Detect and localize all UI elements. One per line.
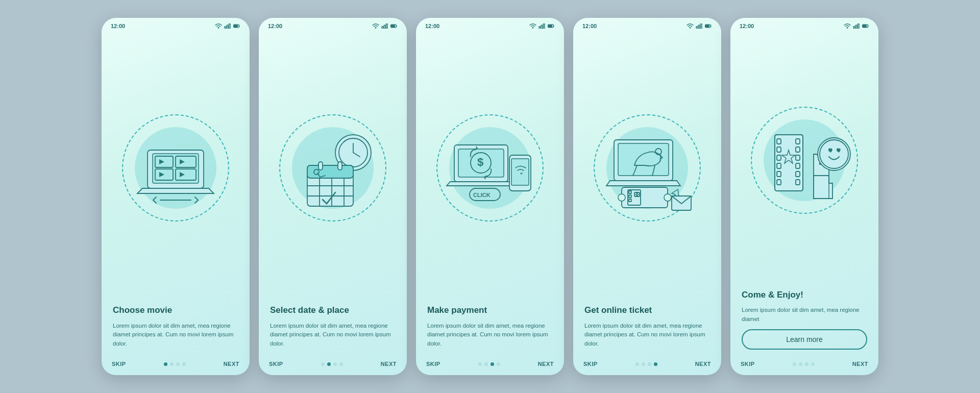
svg-point-57	[618, 194, 625, 201]
svg-point-89	[818, 138, 850, 170]
svg-rect-18	[386, 24, 388, 29]
phone-screen-4: 12:00	[573, 18, 721, 375]
screen-title-1: Choose movie	[113, 305, 238, 316]
dot-4-3	[648, 362, 651, 366]
dots-5	[793, 362, 815, 366]
next-button-1[interactable]: NEXT	[224, 361, 239, 367]
illustration-5	[730, 31, 878, 289]
svg-rect-39	[548, 25, 552, 27]
svg-rect-50	[701, 24, 702, 29]
wifi-icon-4	[687, 23, 694, 29]
signal-icon-2	[381, 23, 388, 29]
skip-button-2[interactable]: SKIP	[269, 361, 283, 367]
screen-body-2: Lorem ipsum dolor sit dim amet, mea regi…	[270, 322, 396, 349]
svg-rect-69	[858, 24, 860, 29]
svg-rect-32	[318, 162, 323, 170]
next-button-5[interactable]: NEXT	[852, 361, 868, 367]
dot-2-2	[327, 362, 331, 366]
dot-5-4	[811, 362, 815, 366]
screen-title-4: Get online ticket	[584, 305, 710, 316]
skip-button-3[interactable]: SKIP	[426, 361, 440, 367]
dot-2-1	[321, 362, 325, 366]
dot-3-3	[491, 362, 494, 366]
svg-rect-52	[705, 25, 709, 27]
svg-rect-20	[391, 25, 395, 27]
next-button-3[interactable]: NEXT	[538, 361, 554, 367]
svg-rect-68	[855, 25, 857, 29]
battery-icon	[233, 23, 240, 29]
dot-3-1	[478, 362, 482, 366]
next-button-2[interactable]: NEXT	[381, 361, 397, 367]
status-time-4: 12:00	[582, 23, 597, 29]
ticket-icon	[596, 117, 698, 219]
svg-text:CLICK: CLICK	[473, 192, 491, 198]
dot-1-2	[170, 362, 174, 366]
phone-screen-3: 12:00 $	[416, 18, 564, 375]
status-icons-5	[844, 23, 869, 29]
wifi-icon-3	[529, 23, 536, 29]
status-time-1: 12:00	[111, 23, 125, 29]
svg-rect-1	[227, 25, 228, 29]
phone-screen-1: 12:00	[102, 18, 250, 375]
screens-container: 12:00	[102, 18, 878, 375]
status-bar-3: 12:00	[416, 18, 564, 31]
svg-text:$: $	[477, 156, 483, 168]
dot-5-1	[793, 362, 796, 366]
bottom-nav-2: SKIP NEXT	[259, 358, 407, 375]
svg-rect-72	[775, 135, 803, 191]
dot-4-4	[654, 362, 657, 366]
wifi-icon-2	[372, 23, 379, 29]
dot-2-3	[333, 362, 337, 366]
phone-screen-2: 12:00	[259, 18, 407, 375]
screen-title-5: Come & Enjoy!	[742, 289, 867, 301]
phone-screen-5: 12:00	[730, 18, 878, 375]
status-time-3: 12:00	[425, 23, 439, 29]
wifi-icon-5	[844, 23, 851, 29]
skip-button-4[interactable]: SKIP	[583, 361, 598, 367]
screen-body-1: Lorem ipsum dolor sit dim amet, mea regi…	[113, 322, 238, 349]
learn-more-button[interactable]: Learn more	[742, 329, 867, 350]
svg-rect-4	[234, 25, 237, 27]
svg-rect-48	[696, 27, 698, 29]
text-area-4: Get online ticket Lorem ipsum dolor sit …	[573, 305, 721, 358]
svg-rect-16	[382, 27, 383, 29]
dot-5-2	[799, 362, 802, 366]
status-icons-1	[215, 23, 240, 29]
text-area-3: Make payment Lorem ipsum dolor sit dim a…	[416, 305, 564, 358]
status-bar-5: 12:00	[730, 18, 878, 31]
skip-button-5[interactable]: SKIP	[741, 361, 755, 367]
svg-rect-71	[863, 25, 866, 27]
status-icons-2	[372, 23, 398, 29]
svg-rect-36	[541, 25, 543, 29]
battery-icon-5	[862, 23, 869, 29]
dot-3-4	[497, 362, 500, 366]
signal-icon-5	[853, 23, 860, 29]
status-icons-3	[529, 23, 555, 29]
payment-icon: $ CLICK	[439, 117, 541, 219]
svg-rect-0	[225, 27, 226, 29]
calendar-clock-icon	[282, 117, 384, 219]
illustration-4	[573, 31, 721, 305]
svg-rect-33	[338, 162, 342, 170]
enjoy-icon	[753, 109, 855, 211]
screen-body-5: Lorem ipsum dolor sit dim amet, mea regi…	[742, 306, 867, 324]
dot-4-1	[635, 362, 639, 366]
dot-2-4	[339, 362, 343, 366]
dot-5-3	[805, 362, 808, 366]
signal-icon	[224, 23, 231, 29]
svg-rect-35	[539, 27, 541, 29]
wifi-icon	[215, 23, 222, 29]
next-button-4[interactable]: NEXT	[695, 361, 711, 367]
text-area-2: Select date & place Lorem ipsum dolor si…	[259, 305, 407, 358]
svg-point-58	[664, 194, 671, 201]
illustration-3: $ CLICK	[416, 31, 564, 305]
svg-rect-2	[229, 24, 231, 29]
dot-4-2	[642, 362, 645, 366]
dot-1-4	[182, 362, 186, 366]
skip-button-1[interactable]: SKIP	[112, 361, 126, 367]
signal-icon-3	[538, 23, 546, 29]
dot-1-3	[176, 362, 180, 366]
status-bar-1: 12:00	[102, 18, 250, 31]
bottom-nav-4: SKIP NEXT	[573, 358, 721, 375]
status-icons-4	[687, 23, 712, 29]
